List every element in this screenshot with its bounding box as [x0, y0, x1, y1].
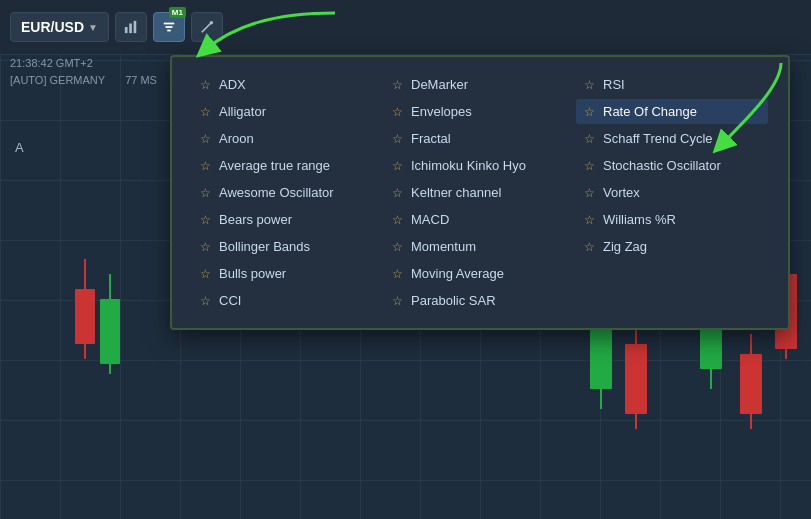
indicator-label-williams: Williams %R	[603, 212, 676, 227]
filter-icon	[162, 19, 176, 35]
star-icon-rsi[interactable]: ☆	[584, 78, 595, 92]
indicator-momentum[interactable]: ☆ Momentum	[384, 234, 576, 259]
indicator-zigzag[interactable]: ☆ Zig Zag	[576, 234, 768, 259]
indicators-column-1: ☆ ADX ☆ Alligator ☆ Aroon ☆ Average true…	[192, 72, 384, 313]
symbol-dropdown-arrow: ▼	[88, 22, 98, 33]
indicator-label-macd: MACD	[411, 212, 449, 227]
indicator-adx[interactable]: ☆ ADX	[192, 72, 384, 97]
indicator-label-fractal: Fractal	[411, 131, 451, 146]
candle-right-4	[740, 334, 762, 429]
indicator-label-vortex: Vortex	[603, 185, 640, 200]
indicator-label-envelopes: Envelopes	[411, 104, 472, 119]
svg-rect-3	[164, 23, 175, 25]
star-icon-momentum[interactable]: ☆	[392, 240, 403, 254]
svg-rect-2	[134, 21, 137, 33]
star-icon-awesome[interactable]: ☆	[200, 186, 211, 200]
timestamp: 21:38:42 GMT+2	[10, 55, 157, 72]
star-icon-schaff[interactable]: ☆	[584, 132, 595, 146]
indicator-alligator[interactable]: ☆ Alligator	[192, 99, 384, 124]
candle-left-red	[75, 259, 95, 359]
svg-rect-1	[129, 24, 132, 34]
chart-a-label: A	[15, 140, 24, 155]
indicator-label-bollinger: Bollinger Bands	[219, 239, 310, 254]
indicator-label-ichimoku: Ichimoku Kinko Hyo	[411, 158, 526, 173]
star-icon-bollinger[interactable]: ☆	[200, 240, 211, 254]
svg-rect-0	[125, 27, 128, 33]
star-icon-demarker[interactable]: ☆	[392, 78, 403, 92]
star-icon-envelopes[interactable]: ☆	[392, 105, 403, 119]
indicator-label-demarker: DeMarker	[411, 77, 468, 92]
indicator-label-bears: Bears power	[219, 212, 292, 227]
indicator-atr[interactable]: ☆ Average true range	[192, 153, 384, 178]
star-icon-macd[interactable]: ☆	[392, 213, 403, 227]
indicator-label-parabolic: Parabolic SAR	[411, 293, 496, 308]
star-icon-alligator[interactable]: ☆	[200, 105, 211, 119]
candle-left-green	[100, 274, 120, 374]
symbol-selector[interactable]: EUR/USD ▼	[10, 12, 109, 42]
symbol-label: EUR/USD	[21, 19, 84, 35]
indicator-label-cci: CCI	[219, 293, 241, 308]
indicator-fractal[interactable]: ☆ Fractal	[384, 126, 576, 151]
star-icon-moving-avg[interactable]: ☆	[392, 267, 403, 281]
indicator-awesome[interactable]: ☆ Awesome Oscillator	[192, 180, 384, 205]
indicator-keltner[interactable]: ☆ Keltner channel	[384, 180, 576, 205]
star-icon-williams[interactable]: ☆	[584, 213, 595, 227]
auto-mode: [AUTO] GERMANY	[10, 72, 105, 89]
indicator-label-moving-avg: Moving Average	[411, 266, 504, 281]
star-icon-vortex[interactable]: ☆	[584, 186, 595, 200]
star-icon-keltner[interactable]: ☆	[392, 186, 403, 200]
top-green-arrow	[175, 5, 375, 65]
svg-rect-4	[165, 26, 172, 28]
indicator-macd[interactable]: ☆ MACD	[384, 207, 576, 232]
star-icon-aroon[interactable]: ☆	[200, 132, 211, 146]
indicator-bears[interactable]: ☆ Bears power	[192, 207, 384, 232]
star-icon-parabolic[interactable]: ☆	[392, 294, 403, 308]
star-icon-stochastic[interactable]: ☆	[584, 159, 595, 173]
star-icon-zigzag[interactable]: ☆	[584, 240, 595, 254]
candle-right-2	[625, 329, 647, 429]
svg-rect-5	[167, 30, 171, 32]
indicator-label-aroon: Aroon	[219, 131, 254, 146]
star-icon-bulls[interactable]: ☆	[200, 267, 211, 281]
indicators-column-2: ☆ DeMarker ☆ Envelopes ☆ Fractal ☆ Ichim…	[384, 72, 576, 313]
indicator-williams[interactable]: ☆ Williams %R	[576, 207, 768, 232]
indicator-label-adx: ADX	[219, 77, 246, 92]
chart-type-button[interactable]	[115, 12, 147, 42]
toolbar: EUR/USD ▼ M1	[0, 0, 811, 55]
indicator-envelopes[interactable]: ☆ Envelopes	[384, 99, 576, 124]
star-icon-atr[interactable]: ☆	[200, 159, 211, 173]
latency: 77 MS	[125, 72, 157, 89]
indicator-bulls[interactable]: ☆ Bulls power	[192, 261, 384, 286]
indicator-parabolic[interactable]: ☆ Parabolic SAR	[384, 288, 576, 313]
indicator-ichimoku[interactable]: ☆ Ichimoku Kinko Hyo	[384, 153, 576, 178]
indicator-label-bulls: Bulls power	[219, 266, 286, 281]
indicator-label-zigzag: Zig Zag	[603, 239, 647, 254]
star-icon-fractal[interactable]: ☆	[392, 132, 403, 146]
indicator-vortex[interactable]: ☆ Vortex	[576, 180, 768, 205]
right-green-arrow	[601, 55, 801, 175]
star-icon-bears[interactable]: ☆	[200, 213, 211, 227]
indicator-demarker[interactable]: ☆ DeMarker	[384, 72, 576, 97]
indicator-label-keltner: Keltner channel	[411, 185, 501, 200]
indicator-bollinger[interactable]: ☆ Bollinger Bands	[192, 234, 384, 259]
indicator-aroon[interactable]: ☆ Aroon	[192, 126, 384, 151]
indicator-label-alligator: Alligator	[219, 104, 266, 119]
indicator-label-awesome: Awesome Oscillator	[219, 185, 334, 200]
star-icon-cci[interactable]: ☆	[200, 294, 211, 308]
star-icon-roc[interactable]: ☆	[584, 105, 595, 119]
info-bar: 21:38:42 GMT+2 [AUTO] GERMANY 77 MS	[10, 55, 157, 88]
star-icon-adx[interactable]: ☆	[200, 78, 211, 92]
indicator-moving-avg[interactable]: ☆ Moving Average	[384, 261, 576, 286]
indicator-cci[interactable]: ☆ CCI	[192, 288, 384, 313]
star-icon-ichimoku[interactable]: ☆	[392, 159, 403, 173]
indicator-label-atr: Average true range	[219, 158, 330, 173]
indicator-label-momentum: Momentum	[411, 239, 476, 254]
bar-chart-icon	[124, 19, 138, 35]
